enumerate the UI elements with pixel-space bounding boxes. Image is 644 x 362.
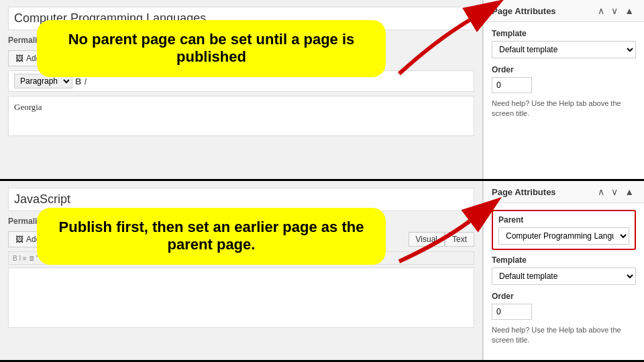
bottom-content-area[interactable] xyxy=(8,267,474,328)
parent-section: Parent Computer Programming Languages xyxy=(492,210,636,250)
bottom-sidebar-header: Page Attributes ∧ ∨ ▲ xyxy=(484,181,644,203)
bottom-toolbar-icons: B I ≡ ≣ " ✦ ↩ ⋮ xyxy=(9,253,65,263)
bottom-add-media-icon: 🖼 xyxy=(15,235,23,244)
bottom-template-label: Template xyxy=(492,255,636,265)
bottom-sidebar-title: Page Attributes xyxy=(492,187,556,197)
top-panel-row: Permalink: ████████████████████████ Edit… xyxy=(0,0,644,181)
top-format-bar: Paragraph B I xyxy=(8,70,474,92)
top-format-select[interactable]: Paragraph xyxy=(14,74,72,88)
top-order-input[interactable] xyxy=(492,77,532,93)
bottom-toolbar-secondary: B I ≡ ≣ " ✦ ↩ ⋮ xyxy=(8,251,474,265)
bottom-sidebar-controls: ∧ ∨ ▲ xyxy=(596,186,636,197)
bottom-edit-button[interactable]: Edit xyxy=(258,215,283,227)
top-sidebar-body: Template Default template Order Need hel… xyxy=(484,22,644,126)
top-permalink-row: Permalink: ████████████████████████ Edit xyxy=(8,34,474,46)
bottom-add-media-button[interactable]: 🖼 Add Media xyxy=(8,231,72,247)
bottom-page-title-input[interactable] xyxy=(8,188,474,211)
bottom-help-text: Need help? Use the Help tab above the sc… xyxy=(492,325,636,346)
top-sidebar: Page Attributes ∧ ∨ ▲ Template Default t… xyxy=(483,0,644,179)
top-sidebar-title: Page Attributes xyxy=(492,6,556,16)
top-collapse-button[interactable]: ▲ xyxy=(623,5,636,16)
bottom-toolbar-row: 🖼 Add Media Insert shortcode Visual Text xyxy=(8,231,474,247)
bottom-order-input[interactable] xyxy=(492,304,532,320)
top-template-label: Template xyxy=(492,29,636,38)
insert-shortcode-button[interactable]: Insert shortcode xyxy=(76,231,148,247)
bottom-editor: Permalink: ████████████████████████ Edit… xyxy=(0,181,483,360)
top-content-area[interactable]: Georgia xyxy=(8,96,474,136)
top-file-button[interactable]: File xyxy=(76,50,103,66)
bottom-permalink-row: Permalink: ████████████████████████ Edit xyxy=(8,215,474,227)
bottom-parent-select[interactable]: Computer Programming Languages xyxy=(498,227,629,245)
top-editor: Permalink: ████████████████████████ Edit… xyxy=(0,0,483,179)
bottom-sidebar: Page Attributes ∧ ∨ ▲ Parent Computer Pr… xyxy=(483,181,644,360)
screenshot-container: Permalink: ████████████████████████ Edit… xyxy=(0,0,644,362)
top-edit-button[interactable]: Edit xyxy=(258,34,283,46)
top-permalink-url: ████████████████████████ xyxy=(53,34,254,46)
text-tab-button[interactable]: Text xyxy=(445,232,474,247)
bottom-panel-row: Permalink: ████████████████████████ Edit… xyxy=(0,181,644,362)
bold-icon[interactable]: B xyxy=(75,76,81,86)
top-sidebar-controls: ∧ ∨ ▲ xyxy=(596,5,636,16)
top-collapse-down-button[interactable]: ∨ xyxy=(609,5,620,16)
top-order-label: Order xyxy=(492,65,636,74)
top-template-select[interactable]: Default template xyxy=(492,41,636,58)
bottom-permalink-label: Permalink: xyxy=(8,217,49,226)
add-media-icon: 🖼 xyxy=(15,54,23,63)
top-sidebar-header: Page Attributes ∧ ∨ ▲ xyxy=(484,0,644,22)
top-help-text: Need help? Use the Help tab above the sc… xyxy=(492,99,636,119)
top-permalink-label: Permalink: xyxy=(8,36,49,45)
bottom-sidebar-body: Parent Computer Programming Languages Te… xyxy=(484,203,644,353)
bottom-visual-text-tabs: Visual Text xyxy=(409,232,474,247)
top-collapse-up-button[interactable]: ∧ xyxy=(596,5,606,16)
top-page-title-input[interactable] xyxy=(8,7,474,30)
top-add-media-button[interactable]: 🖼 Add Media xyxy=(8,50,72,66)
top-content-text: Georgia xyxy=(14,102,42,112)
bottom-order-label: Order xyxy=(492,292,636,301)
bottom-collapse-button[interactable]: ▲ xyxy=(623,186,636,197)
bottom-template-select[interactable]: Default template xyxy=(492,267,636,285)
bottom-permalink-url: ████████████████████████ xyxy=(53,215,254,227)
bottom-collapse-down-button[interactable]: ∨ xyxy=(609,186,620,197)
italic-icon[interactable]: I xyxy=(84,76,87,86)
top-toolbar-row: 🖼 Add Media File ▼ xyxy=(8,50,474,66)
visual-tab-button[interactable]: Visual xyxy=(409,232,445,247)
bottom-parent-label: Parent xyxy=(498,215,629,225)
bottom-collapse-up-button[interactable]: ∧ xyxy=(596,186,606,197)
